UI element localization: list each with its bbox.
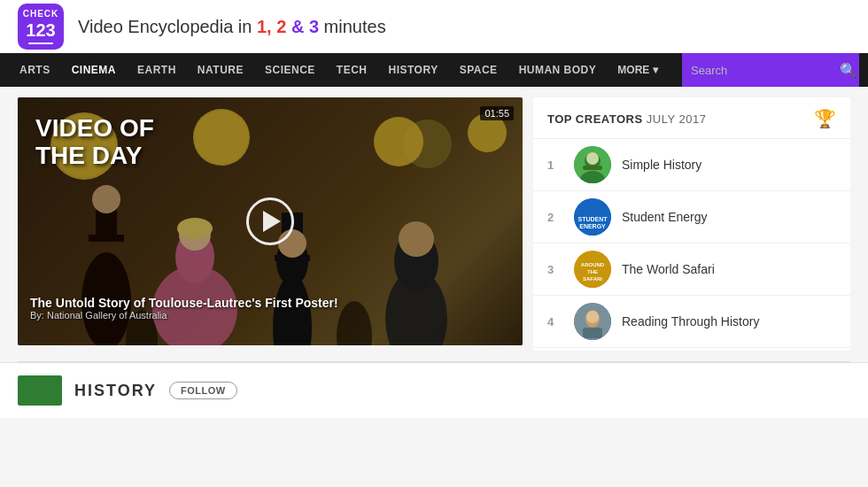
creator-rank-3: 3 xyxy=(547,263,563,276)
trophy-icon: 🏆 xyxy=(814,108,836,129)
search-input[interactable] xyxy=(691,64,840,77)
svg-point-26 xyxy=(586,152,599,165)
site-title-prefix: Video Encyclopedia in xyxy=(78,17,257,36)
video-title-overlay: VIDEO OFTHE DAY xyxy=(35,115,154,170)
logo-dash xyxy=(28,43,53,44)
link-3[interactable]: & 3 xyxy=(286,17,319,36)
video-thumbnail[interactable]: VIDEO OFTHE DAY 01:55 The Untold Story o… xyxy=(18,97,523,345)
site-title: Video Encyclopedia in 1, 2 & 3 minutes xyxy=(78,17,386,37)
nav-item-science[interactable]: SCIENCE xyxy=(254,53,326,87)
creator-avatar-2: STUDENTENERGY xyxy=(574,198,611,236)
creator-avatar-3: AROUNDTHESAFARI xyxy=(574,251,611,288)
svg-text:ENERGY: ENERGY xyxy=(579,223,606,229)
nav-item-nature[interactable]: NATURE xyxy=(187,53,254,87)
creator-avatar-1 xyxy=(574,146,611,183)
main-content: VIDEO OFTHE DAY 01:55 The Untold Story o… xyxy=(0,87,868,361)
top-bar: CHECK 123 Video Encyclopedia in 1, 2 & 3… xyxy=(0,0,868,53)
search-bar[interactable]: 🔍 xyxy=(682,53,859,87)
creator-name-3: The World Safari xyxy=(622,262,715,276)
creator-name-4: Reading Through History xyxy=(622,314,759,329)
creators-section: TOP CREATORS JULY 2017 🏆 1 Simple Histor… xyxy=(533,97,850,351)
nav-item-tech[interactable]: TECH xyxy=(326,53,378,87)
creators-month: JULY 2017 xyxy=(647,112,707,126)
svg-rect-37 xyxy=(583,328,602,338)
search-icon[interactable]: 🔍 xyxy=(840,62,857,79)
creator-row-5[interactable]: 5 Deep Look xyxy=(533,348,850,351)
creator-rank-4: 4 xyxy=(547,315,563,329)
creator-row-1[interactable]: 1 Simple History xyxy=(533,139,850,191)
site-title-suffix: minutes xyxy=(319,17,386,36)
video-caption: The Untold Story of Toulouse-Lautrec's F… xyxy=(18,296,523,321)
video-caption-by: By: National Gallery of Australia xyxy=(30,310,510,321)
creator-avatar-4 xyxy=(574,303,611,340)
creator-name-1: Simple History xyxy=(622,158,701,172)
follow-button[interactable]: FOLLOW xyxy=(169,382,237,399)
nav-item-cinema[interactable]: CINEMA xyxy=(61,53,127,87)
creator-name-2: Student Energy xyxy=(622,210,708,224)
logo-check: CHECK xyxy=(23,9,59,19)
creator-rank-2: 2 xyxy=(547,211,563,224)
nav-item-history[interactable]: HISTORY xyxy=(377,53,448,87)
link-2[interactable]: 2 xyxy=(276,17,286,36)
main-nav: ARTS CINEMA EARTH NATURE SCIENCE TECH HI… xyxy=(0,53,868,87)
nav-more-menu[interactable]: MORE ▾ xyxy=(607,64,669,76)
video-caption-title: The Untold Story of Toulouse-Lautrec's F… xyxy=(30,296,510,310)
video-duration: 01:55 xyxy=(480,106,514,120)
svg-text:SAFARI: SAFARI xyxy=(583,276,602,282)
svg-text:AROUND: AROUND xyxy=(581,262,605,267)
bottom-bar: HISTORY FOLLOW xyxy=(0,362,868,418)
play-icon xyxy=(263,211,281,232)
creator-row-4[interactable]: 4 Reading Through History xyxy=(533,296,850,348)
svg-text:THE: THE xyxy=(587,269,598,274)
logo[interactable]: CHECK 123 xyxy=(18,4,64,50)
nav-item-arts[interactable]: ARTS xyxy=(9,53,61,87)
chevron-down-icon: ▾ xyxy=(653,64,658,76)
video-of-the-day-title: VIDEO OFTHE DAY xyxy=(35,115,154,170)
nav-item-space[interactable]: SPACE xyxy=(449,53,508,87)
video-section: VIDEO OFTHE DAY 01:55 The Untold Story o… xyxy=(18,97,523,351)
creators-section-label: TOP CREATORS xyxy=(547,112,643,126)
link-1[interactable]: 1, xyxy=(257,17,272,36)
history-label: HISTORY xyxy=(74,382,157,400)
nav-item-humanbody[interactable]: HUMAN BODY xyxy=(508,53,608,87)
creator-row-2[interactable]: 2 STUDENTENERGY Student Energy xyxy=(533,191,850,244)
nav-item-earth[interactable]: EARTH xyxy=(127,53,187,87)
play-button[interactable] xyxy=(246,197,294,245)
creators-header: TOP CREATORS JULY 2017 🏆 xyxy=(533,97,850,139)
creators-title: TOP CREATORS JULY 2017 xyxy=(547,112,706,126)
nav-more-label: MORE xyxy=(617,64,649,76)
logo-number: 123 xyxy=(26,19,55,41)
history-color-block xyxy=(18,375,62,406)
svg-rect-27 xyxy=(583,166,602,170)
nav-items: ARTS CINEMA EARTH NATURE SCIENCE TECH HI… xyxy=(9,53,682,87)
creator-row-3[interactable]: 3 AROUNDTHESAFARI The World Safari xyxy=(533,244,850,296)
svg-point-38 xyxy=(586,311,599,323)
svg-text:STUDENT: STUDENT xyxy=(577,216,608,222)
creator-rank-1: 1 xyxy=(547,158,563,172)
